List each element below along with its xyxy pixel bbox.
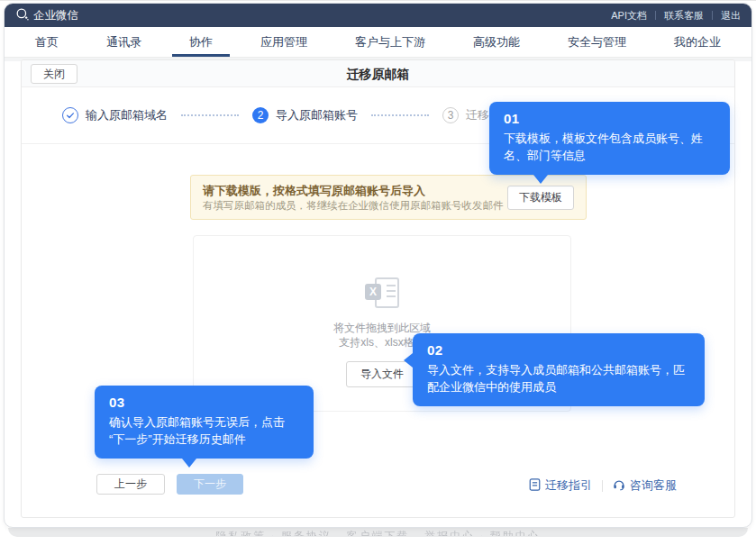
nav-tab-security[interactable]: 安全与管理 <box>568 27 626 57</box>
page-top-divider <box>0 0 756 1</box>
nav-tab-my-company[interactable]: 我的企业 <box>674 27 721 57</box>
divider <box>602 480 603 492</box>
notice-subtitle: 有填写原邮箱的成员，将继续在企业微信使用原邮箱账号收发邮件 <box>203 199 507 213</box>
step-connector <box>371 114 429 116</box>
step-label: 输入原邮箱域名 <box>86 107 168 123</box>
step-2-import-accounts: 2 导入原邮箱账号 <box>252 107 358 123</box>
xls-file-icon: X <box>363 277 401 312</box>
download-template-button[interactable]: 下载模板 <box>507 186 574 210</box>
page-title: 迁移原邮箱 <box>22 60 734 87</box>
brand-name: 企业微信 <box>33 8 78 23</box>
callout-text: 确认导入原邮箱账号无误后，点击“下一步”开始迁移历史邮件 <box>109 413 299 448</box>
step-number-badge: 3 <box>442 107 459 123</box>
step-number-badge: 2 <box>252 107 269 123</box>
footer-links-partial: 隐私政策 · 服务协议 · 客户端下载 · 举报中心 · 帮助中心 <box>0 529 756 536</box>
divider <box>655 11 656 20</box>
topbar-link-logout[interactable]: 退出 <box>721 9 741 23</box>
nav-tab-advanced[interactable]: 高级功能 <box>473 27 520 57</box>
topbar: 企业微信 API文档 联系客服 退出 <box>5 4 751 27</box>
nav-tab-home[interactable]: 首页 <box>35 27 59 57</box>
callout-number: 01 <box>504 110 715 128</box>
notice-title: 请下载模版，按格式填写原邮箱账号后导入 <box>203 183 507 198</box>
callout-number: 02 <box>427 341 690 359</box>
chat-bubble-icon <box>15 7 29 23</box>
template-notice-banner: 请下载模版，按格式填写原邮箱账号后导入 有填写原邮箱的成员，将继续在企业微信使用… <box>190 175 587 220</box>
headset-icon <box>613 478 625 494</box>
nav-tab-collaboration[interactable]: 协作 <box>189 27 213 57</box>
callout-text: 下载模板，模板文件包含成员账号、姓名、部门等信息 <box>504 130 715 164</box>
wizard-actions: 上一步 下一步 <box>96 474 243 495</box>
close-button[interactable]: 关闭 <box>31 64 77 84</box>
next-step-button-disabled[interactable]: 下一步 <box>177 474 243 495</box>
callout-number: 03 <box>109 394 299 412</box>
nav-tab-customers[interactable]: 客户与上下游 <box>355 27 425 57</box>
callout-text: 导入文件，支持导入成员邮箱和公共邮箱账号，匹配企业微信中的使用成员 <box>427 361 690 395</box>
callout-03-next-step: 03 确认导入原邮箱账号无误后，点击“下一步”开始迁移历史邮件 <box>95 386 314 459</box>
document-icon <box>529 478 541 494</box>
notice-texts: 请下载模版，按格式填写原邮箱账号后导入 有填写原邮箱的成员，将继续在企业微信使用… <box>203 183 507 213</box>
prev-step-button[interactable]: 上一步 <box>96 474 165 495</box>
nav-tab-contacts[interactable]: 通讯录 <box>106 27 141 57</box>
xls-badge-letter: X <box>365 284 381 300</box>
main-nav: 首页 通讯录 协作 应用管理 客户与上下游 高级功能 安全与管理 我的企业 <box>5 27 751 58</box>
nav-tab-apps[interactable]: 应用管理 <box>260 27 307 57</box>
step-done-check-icon <box>62 107 78 123</box>
step-1-enter-domain: 输入原邮箱域名 <box>62 107 168 123</box>
topbar-links: API文档 联系客服 退出 <box>611 9 741 23</box>
help-links: 迁移指引 咨询客服 <box>529 477 677 494</box>
topbar-link-contact-support[interactable]: 联系客服 <box>664 9 704 23</box>
migration-guide-link[interactable]: 迁移指引 <box>529 477 592 494</box>
divider <box>712 11 713 20</box>
brand-logo: 企业微信 <box>15 7 78 23</box>
contact-support-link[interactable]: 咨询客服 <box>613 477 677 494</box>
topbar-link-api-docs[interactable]: API文档 <box>611 9 647 23</box>
callout-02-import-file: 02 导入文件，支持导入成员邮箱和公共邮箱账号，匹配企业微信中的使用成员 <box>413 333 705 406</box>
step-label: 导入原邮箱账号 <box>276 107 358 123</box>
step-connector <box>181 114 239 116</box>
wizard-header: 关闭 迁移原邮箱 <box>22 60 734 87</box>
callout-01-download-template: 01 下载模板，模板文件包含成员账号、姓名、部门等信息 <box>489 102 730 175</box>
